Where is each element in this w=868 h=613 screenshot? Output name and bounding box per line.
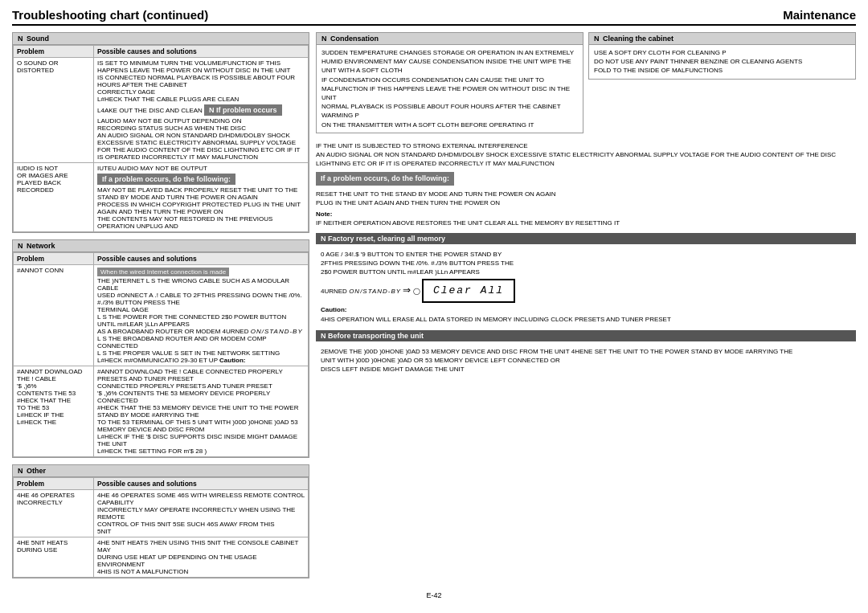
table-row: 4HE 5NIT HEATSDURING USE 4HE 5NIT HEATS … <box>14 537 309 578</box>
other-n-prefix: N <box>18 467 23 475</box>
page-title-left: Troubleshooting chart (continued) <box>12 8 208 22</box>
sound-table: Problem Possible causes and solutions O … <box>13 45 309 232</box>
sound-solution-1-text: IS SET TO MINIMUM TURN THE VOLUME/FUNCTI… <box>97 59 305 161</box>
condensation-section: N Condensation 3UDDEN TEMPERATURE CHANGE… <box>316 32 583 140</box>
sound-problem-2-text: IUDIO IS NOTOR IMAGES AREPLAYED BACKRECO… <box>17 165 90 194</box>
other-problem-2: 4HE 5NIT HEATSDURING USE <box>14 537 94 578</box>
condensation-title: Condensation <box>330 35 379 43</box>
note-label: Note: <box>316 210 332 218</box>
cleaning-title: Cleaning the cabinet <box>603 35 674 43</box>
table-row: IUDIO IS NOTOR IMAGES AREPLAYED BACKRECO… <box>14 163 309 232</box>
factory-reset-title: Factory reset, clearing all memory <box>328 235 445 243</box>
before-transport-header: N Before transporting the unit <box>316 330 856 341</box>
if-problem-note: Note: IF NEITHER OPERATION ABOVE RESTORE… <box>316 210 856 227</box>
network-col2-header: Possible causes and solutions <box>94 253 309 265</box>
if-problem-steps: RESET THE UNIT TO THE STAND BY MODE AND … <box>316 190 856 207</box>
cleaning-section: N Cleaning the cabinet USE A SOFT DRY CL… <box>588 32 856 140</box>
caution-label: Caution: <box>321 306 346 313</box>
network-solution-1: When the wired Internet connection is ma… <box>94 265 309 366</box>
other-col1-header: Problem <box>14 478 94 490</box>
cleaning-header: N Cleaning the cabinet <box>589 33 855 45</box>
right-column: N Condensation 3UDDEN TEMPERATURE CHANGE… <box>316 32 856 585</box>
other-solution-2: 4HE 5NIT HEATS 7HEN USING THIS 5NIT THE … <box>94 537 309 578</box>
other-solution-1-text: 4HE 46 OPERATES SOME 46S WITH WIRELESS R… <box>97 492 305 535</box>
factory-reset-header: N Factory reset, clearing all memory <box>316 233 856 244</box>
network-n-prefix: N <box>18 242 23 250</box>
main-layout: N Sound Problem Possible causes and solu… <box>12 32 856 585</box>
page-header: Troubleshooting chart (continued) Mainte… <box>12 8 856 26</box>
network-section-header: N Network <box>13 240 309 252</box>
before-transport-text: 2EMOVE THE )00D )0HONE )0AD 53 MEMORY DE… <box>316 344 856 378</box>
sound-solution-2-text: IUTEU AUDIO MAY NOT BE OUTPUT If a probl… <box>97 165 305 230</box>
network-solution-2-text: #ANNOT DOWNLOAD THE ! CABLE CONNECTED PR… <box>97 368 305 455</box>
table-row: #ANNOT CONN When the wired Internet conn… <box>14 265 309 366</box>
sound-solution-1: IS SET TO MINIMUM TURN THE VOLUME/FUNCTI… <box>94 58 309 163</box>
sound-solution-2: IUTEU AUDIO MAY NOT BE OUTPUT If a probl… <box>94 163 309 232</box>
network-col1-header: Problem <box>14 253 94 265</box>
factory-n-prefix: N <box>321 235 326 243</box>
other-problem-1-text: 4HE 46 OPERATESINCORRECTLY <box>17 492 90 506</box>
cleaning-text: USE A SOFT DRY CLOTH FOR CLEANING P DO N… <box>589 45 855 79</box>
before-transport-title: Before transporting the unit <box>328 332 424 340</box>
sound-n-prefix: N <box>18 35 23 43</box>
transport-n-prefix: N <box>321 332 326 340</box>
condensation-box: N Condensation 3UDDEN TEMPERATURE CHANGE… <box>316 32 583 133</box>
table-row: O SOUND ORDISTORTED IS SET TO MINIMUM TU… <box>14 58 309 163</box>
if-problem-main-badge: If a problem occurs, do the following: <box>316 172 454 186</box>
on-stand-by-label: ON/STAND-BY <box>349 288 401 295</box>
left-column: N Sound Problem Possible causes and solu… <box>12 32 309 585</box>
if-problem-occurs-badge-2: If a problem occurs, do the following: <box>97 174 235 185</box>
other-solution-2-text: 4HE 5NIT HEATS 7HEN USING THIS 5NIT THE … <box>97 539 305 575</box>
if-problem-occurs-badge: N If problem occurs <box>204 104 282 116</box>
if-problem-text: IF THE UNIT IS SUBJECTED TO STRONG EXTER… <box>316 141 856 169</box>
other-table: Problem Possible causes and solutions 4H… <box>13 477 309 578</box>
top-right-row: N Condensation 3UDDEN TEMPERATURE CHANGE… <box>316 32 856 140</box>
network-problem-1: #ANNOT CONN <box>14 265 94 366</box>
other-title: Other <box>27 467 46 475</box>
table-row: 4HE 46 OPERATESINCORRECTLY 4HE 46 OPERAT… <box>14 490 309 537</box>
network-table: Problem Possible causes and solutions #A… <box>13 252 309 457</box>
wired-internet-label: When the wired Internet connection is ma… <box>97 268 229 276</box>
clear-all-text: Clear All <box>433 284 504 296</box>
other-problem-1: 4HE 46 OPERATESINCORRECTLY <box>14 490 94 537</box>
table-row: #ANNOT DOWNLOADTHE ! CABLE'$ ,)6%CONTENT… <box>14 366 309 457</box>
network-problem-1-text: #ANNOT CONN <box>17 267 90 274</box>
sound-col2-header: Possible causes and solutions <box>94 46 309 58</box>
arrow-icon: ⇒ <box>403 284 411 296</box>
other-section-header: N Other <box>13 465 309 477</box>
factory-reset-section: N Factory reset, clearing all memory 0 A… <box>316 233 856 327</box>
sound-title: Sound <box>27 35 49 43</box>
condensation-text: 3UDDEN TEMPERATURE CHANGES STORAGE OR OP… <box>317 45 583 133</box>
cleaning-n-prefix: N <box>594 35 600 43</box>
on-stand-by-text: ON/STAND-BY <box>251 328 303 335</box>
page-number: E-42 <box>12 591 856 599</box>
sound-problem-1: O SOUND ORDISTORTED <box>14 58 94 163</box>
clear-all-box: Clear All <box>422 279 515 303</box>
sound-problem-1-text: O SOUND ORDISTORTED <box>17 59 90 74</box>
network-solution-1-text: THE )NTERNET L S THE WRONG CABLE SUCH AS… <box>97 277 305 364</box>
if-problem-block: IF THE UNIT IS SUBJECTED TO STRONG EXTER… <box>316 140 856 230</box>
other-problem-2-text: 4HE 5NIT HEATSDURING USE <box>17 539 90 554</box>
factory-reset-content: 0 AGE / 34!.$ '9 BUTTON TO ENTER THE POW… <box>316 247 856 327</box>
other-solution-1: 4HE 46 OPERATES SOME 46S WITH WIRELESS R… <box>94 490 309 537</box>
other-col2-header: Possible causes and solutions <box>94 478 309 490</box>
sound-problem-2: IUDIO IS NOTOR IMAGES AREPLAYED BACKRECO… <box>14 163 94 232</box>
cleaning-box: N Cleaning the cabinet USE A SOFT DRY CL… <box>588 32 856 80</box>
network-wired-badge: When the wired Internet connection is ma… <box>97 267 305 277</box>
network-problem-2: #ANNOT DOWNLOADTHE ! CABLE'$ ,)6%CONTENT… <box>14 366 94 457</box>
network-solution-2: #ANNOT DOWNLOAD THE ! CABLE CONNECTED PR… <box>94 366 309 457</box>
sound-section: N Sound Problem Possible causes and solu… <box>12 32 309 233</box>
if-problem-badge-row: If a problem occurs, do the following: <box>316 170 856 187</box>
other-section: N Other Problem Possible causes and solu… <box>12 464 309 578</box>
network-title: Network <box>27 242 55 250</box>
sound-section-header: N Sound <box>13 33 309 45</box>
condensation-header: N Condensation <box>317 33 583 45</box>
page-title-right: Maintenance <box>783 8 856 22</box>
network-problem-2-text: #ANNOT DOWNLOADTHE ! CABLE'$ ,)6%CONTENT… <box>17 368 90 426</box>
before-transport-section: N Before transporting the unit 2EMOVE TH… <box>316 330 856 378</box>
sound-col1-header: Problem <box>14 46 94 58</box>
network-section: N Network Problem Possible causes and so… <box>12 239 309 458</box>
condensation-n-prefix: N <box>321 35 327 43</box>
